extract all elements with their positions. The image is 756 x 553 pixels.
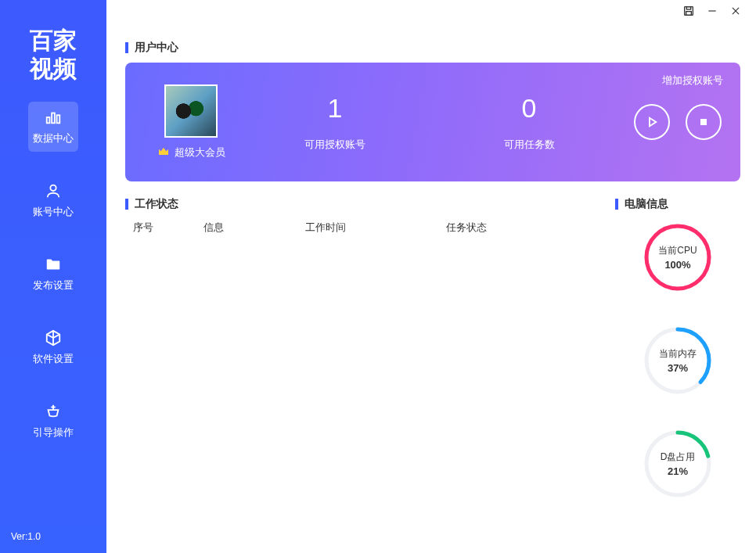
gauge-value: 21% <box>668 465 688 477</box>
sidebar-nav: 数据中心 账号中心 发布设置 软件设置 引导操作 <box>0 102 106 446</box>
title-bar-icon <box>125 199 128 210</box>
gauge-value: 100% <box>664 259 690 271</box>
stat-available-auth-accounts: 1 可用授权账号 <box>238 93 432 152</box>
folder-icon <box>44 255 63 274</box>
sidebar-item-account-center[interactable]: 账号中心 <box>28 175 78 225</box>
title-bar-icon <box>615 199 618 210</box>
pc-info-section: 电脑信息 当前CPU100%当前内存37%D盘占用21% <box>615 197 740 537</box>
gauge-label: D盘占用 <box>661 451 696 464</box>
user-block: 超级大会员 <box>144 84 238 160</box>
svg-rect-11 <box>700 119 707 125</box>
logo-line-2: 视频 <box>30 55 77 83</box>
stat-label: 可用任务数 <box>432 138 626 152</box>
gauges: 当前CPU100%当前内存37%D盘占用21% <box>615 222 740 499</box>
cube-icon <box>44 329 63 347</box>
svg-rect-0 <box>47 117 50 123</box>
work-status-title: 工作状态 <box>125 197 599 211</box>
gauge-value: 37% <box>668 362 688 374</box>
svg-rect-1 <box>52 113 55 124</box>
logo-line-1: 百家 <box>30 27 77 55</box>
sidebar: 百家 视频 数据中心 账号中心 发布设置 软件设置 <box>0 0 106 553</box>
col-index: 序号 <box>133 221 203 235</box>
save-icon[interactable] <box>682 5 695 17</box>
card-actions <box>634 104 722 140</box>
stat-value: 1 <box>238 93 432 124</box>
avatar[interactable] <box>164 84 218 138</box>
title-bar-icon <box>125 42 128 53</box>
user-center-section: 用户中心 增加授权账号 超级大会员 1 可用授权账号 0 可用任务数 <box>125 41 740 181</box>
sidebar-item-label: 软件设置 <box>33 352 74 366</box>
gauge-disk: D盘占用21% <box>643 429 713 499</box>
work-status-table-header: 序号 信息 工作时间 任务状态 <box>125 211 599 244</box>
app-logo: 百家 视频 <box>30 27 77 83</box>
stat-available-tasks: 0 可用任务数 <box>432 93 626 152</box>
crown-icon <box>157 145 170 160</box>
gauge-cpu: 当前CPU100% <box>643 222 713 293</box>
ship-icon <box>44 402 63 421</box>
add-auth-account-link[interactable]: 增加授权账号 <box>662 74 723 88</box>
user-center-title: 用户中心 <box>125 41 740 55</box>
sidebar-item-guide[interactable]: 引导操作 <box>28 396 78 446</box>
section-title-text: 工作状态 <box>135 197 178 211</box>
section-title-text: 电脑信息 <box>625 197 668 211</box>
stat-label: 可用授权账号 <box>238 138 432 152</box>
svg-marker-10 <box>650 118 656 127</box>
lower-row: 工作状态 序号 信息 工作时间 任务状态 电脑信息 当前CPU100%当前内存3… <box>125 197 740 537</box>
window-controls <box>682 5 742 17</box>
sidebar-item-label: 账号中心 <box>33 205 74 219</box>
stat-value: 0 <box>432 93 626 124</box>
svg-rect-5 <box>686 7 690 9</box>
gauge-memory: 当前内存37% <box>643 325 713 396</box>
member-badge: 超级大会员 <box>157 145 225 160</box>
version-label: Ver:1.0 <box>11 531 41 542</box>
svg-rect-6 <box>686 12 692 16</box>
bar-chart-icon <box>44 108 63 127</box>
stop-button[interactable] <box>686 104 722 140</box>
pc-info-title: 电脑信息 <box>615 197 740 211</box>
col-task-status: 任务状态 <box>446 221 592 235</box>
user-card: 增加授权账号 超级大会员 1 可用授权账号 0 可用任务数 <box>125 63 740 181</box>
svg-rect-2 <box>57 115 60 123</box>
sidebar-item-data-center[interactable]: 数据中心 <box>28 102 78 152</box>
sidebar-item-label: 发布设置 <box>33 278 74 293</box>
main-area: 用户中心 增加授权账号 超级大会员 1 可用授权账号 0 可用任务数 <box>106 0 756 553</box>
col-info: 信息 <box>203 221 305 235</box>
sidebar-item-label: 数据中心 <box>33 131 74 145</box>
gauge-label: 当前内存 <box>659 347 697 361</box>
gauge-label: 当前CPU <box>658 244 697 257</box>
sidebar-item-software-settings[interactable]: 软件设置 <box>28 322 78 372</box>
svg-point-3 <box>50 185 56 191</box>
member-level-label: 超级大会员 <box>175 145 225 160</box>
minimize-icon[interactable] <box>706 5 718 17</box>
col-work-time: 工作时间 <box>305 221 446 235</box>
work-status-section: 工作状态 序号 信息 工作时间 任务状态 <box>125 197 599 537</box>
sidebar-item-label: 引导操作 <box>33 426 74 440</box>
play-button[interactable] <box>634 104 670 140</box>
sidebar-item-publish-settings[interactable]: 发布设置 <box>28 249 78 299</box>
section-title-text: 用户中心 <box>135 41 178 55</box>
user-icon <box>44 181 63 200</box>
close-icon[interactable] <box>729 5 742 17</box>
